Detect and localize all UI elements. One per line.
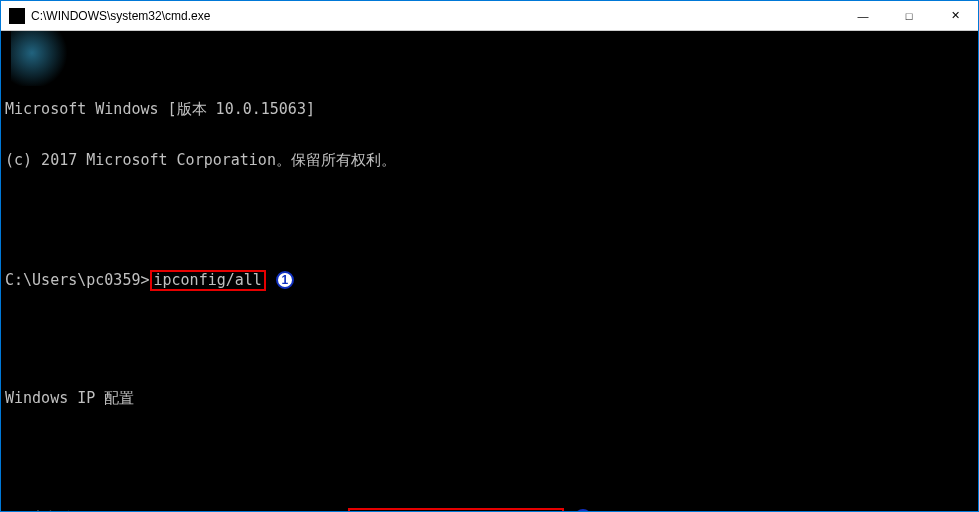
close-icon: ✕ (951, 9, 960, 22)
minimize-icon: — (858, 10, 869, 22)
host-label: 主机名 . . . . . . . . . . . . . : (5, 509, 348, 512)
maximize-button[interactable]: □ (886, 1, 932, 31)
terminal-output[interactable]: Microsoft Windows [版本 10.0.15063] (c) 20… (1, 31, 978, 511)
command-text: ipconfig/all (154, 271, 262, 289)
command-highlight: ipconfig/all (150, 270, 266, 291)
host-value: DESKTOP-7ETGFQH-huangbo (352, 509, 560, 512)
window-title: C:\WINDOWS\system32\cmd.exe (31, 9, 210, 23)
cmd-window: C:\WINDOWS\system32\cmd.exe — □ ✕ Micros… (0, 0, 979, 512)
prompt-line: C:\Users\pc0359>ipconfig/all1 (5, 271, 974, 288)
marker-1: 1 (276, 271, 294, 289)
watermark-ghost (11, 31, 81, 86)
host-line: 主机名 . . . . . . . . . . . . . : DESKTOP-… (5, 509, 974, 511)
titlebar[interactable]: C:\WINDOWS\system32\cmd.exe — □ ✕ (1, 1, 978, 31)
maximize-icon: □ (906, 10, 913, 22)
prompt-prefix: C:\Users\pc0359> (5, 271, 150, 289)
close-button[interactable]: ✕ (932, 1, 978, 31)
minimize-button[interactable]: — (840, 1, 886, 31)
copyright-line: (c) 2017 Microsoft Corporation。保留所有权利。 (5, 152, 974, 169)
banner-line: Microsoft Windows [版本 10.0.15063] (5, 101, 974, 118)
host-highlight: DESKTOP-7ETGFQH-huangbo (348, 508, 564, 512)
marker-2: 2 (574, 509, 592, 511)
cmd-icon (9, 8, 25, 24)
section-ipconfig: Windows IP 配置 (5, 390, 974, 407)
